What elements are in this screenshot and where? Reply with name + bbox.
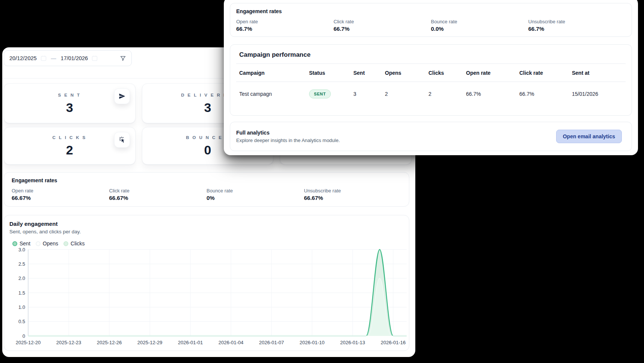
x-tick-label: 2026-01-16 <box>381 340 406 345</box>
column-header-sent: Sent <box>353 70 385 76</box>
legend-label: Sent <box>20 240 30 247</box>
engagement-rates-card: Engagement rates Open rate66.67%Click ra… <box>4 172 409 207</box>
metric-bounce-rate: Bounce rate0.0% <box>431 19 528 32</box>
cell-clicks: 2 <box>428 91 466 97</box>
x-tick-label: 2025-12-29 <box>137 340 163 345</box>
column-header-status: Status <box>309 70 353 76</box>
legend-item-sent[interactable]: Sent <box>12 240 30 247</box>
filter-funnel-icon[interactable] <box>120 55 126 62</box>
y-tick-label: 2.0 <box>18 275 25 281</box>
date-range-picker[interactable]: 20/12/2025 — 17/01/2026 <box>4 50 132 66</box>
chart-legend: SentOpensClicks <box>12 240 404 247</box>
y-tick-label: 0.5 <box>18 319 25 324</box>
metric-label: Click rate <box>333 19 431 24</box>
engagement-rates-card-front: Engagement rates Open rate66.7%Click rat… <box>230 3 632 37</box>
legend-item-clicks[interactable]: Clicks <box>63 240 84 247</box>
metric-value: 66.7% <box>528 26 626 32</box>
daily-engagement-chart: 2025-12-202025-12-232025-12-262025-12-29… <box>9 247 410 348</box>
send-icon[interactable] <box>114 88 130 104</box>
metric-open-rate: Open rate66.7% <box>236 19 333 32</box>
cell-open-rate: 66.7% <box>466 91 519 97</box>
legend-dot <box>36 241 41 246</box>
full-analytics-title: Full analytics <box>236 130 340 136</box>
metric-value: 66.67% <box>109 195 207 201</box>
metric-value: 0% <box>207 195 304 201</box>
column-header-click-rate: Click rate <box>519 70 572 76</box>
status-badge-pill: SENT <box>309 89 331 98</box>
metric-label: Click rate <box>109 188 207 194</box>
metric-click-rate: Click rate66.67% <box>109 188 207 201</box>
engagement-metrics: Open rate66.7%Click rate66.7%Bounce rate… <box>236 19 626 32</box>
legend-label: Clicks <box>71 240 84 247</box>
legend-item-opens[interactable]: Opens <box>36 240 58 247</box>
x-tick-label: 2025-12-26 <box>97 340 122 345</box>
y-tick-label: 1.5 <box>18 290 25 296</box>
column-header-clicks: Clicks <box>428 70 466 76</box>
y-tick-label: 0 <box>23 333 25 339</box>
campaign-performance-title: Campaign performance <box>230 45 632 64</box>
metric-bounce-rate: Bounce rate0% <box>207 188 304 201</box>
y-tick-label: 2.5 <box>18 261 25 267</box>
daily-engagement-card: Daily engagement Sent, opens, and clicks… <box>4 215 409 351</box>
open-email-analytics-button[interactable]: Open email analytics <box>556 130 622 143</box>
cell-sent: 3 <box>353 91 385 97</box>
stat-card-sent: S E N T3 <box>4 83 136 123</box>
date-range-start[interactable]: 20/12/2025 <box>9 55 37 61</box>
campaign-performance-card: Campaign performance CampaignStatusSentO… <box>230 44 632 116</box>
legend-dot <box>12 241 17 246</box>
metric-label: Open rate <box>12 188 109 194</box>
stat-value: 3 <box>204 101 211 114</box>
metric-label: Bounce rate <box>431 19 528 24</box>
x-tick-label: 2026-01-01 <box>178 340 203 345</box>
engagement-rates-title: Engagement rates <box>12 177 401 183</box>
screenshot-canvas: 20/12/2025 — 17/01/2026 S E N T3D E L I … <box>0 0 644 363</box>
stat-label: S E N T <box>58 93 81 97</box>
metric-open-rate: Open rate66.67% <box>12 188 109 201</box>
metric-label: Bounce rate <box>207 188 304 194</box>
metric-value: 66.67% <box>12 195 109 201</box>
x-tick-label: 2026-01-07 <box>259 340 284 345</box>
engagement-rates-title: Engagement rates <box>236 8 626 14</box>
column-header-opens: Opens <box>385 70 428 76</box>
date-range-separator: — <box>51 55 56 61</box>
stat-label: B O U N C E S <box>186 135 229 140</box>
metric-value: 66.67% <box>304 195 402 201</box>
metric-label: Unsubscribe rate <box>304 188 402 194</box>
y-tick-label: 1.0 <box>18 304 25 310</box>
status-badge: SENT <box>309 89 353 98</box>
x-tick-label: 2026-01-04 <box>219 340 244 345</box>
cursor-click-icon[interactable] <box>114 132 130 148</box>
engagement-metrics: Open rate66.67%Click rate66.67%Bounce ra… <box>12 188 401 201</box>
stat-value: 0 <box>204 144 211 156</box>
x-tick-label: 2025-12-23 <box>56 340 81 345</box>
stat-card-clicks: C L I C K S2 <box>4 127 136 165</box>
table-header-row: CampaignStatusSentOpensClicksOpen rateCl… <box>230 64 632 82</box>
legend-label: Opens <box>43 240 58 247</box>
y-tick-label: 3.0 <box>18 247 25 253</box>
campaign-analytics-panel: Engagement rates Open rate66.7%Click rat… <box>224 0 638 155</box>
x-tick-label: 2025-12-20 <box>16 340 41 345</box>
calendar-icon[interactable] <box>41 55 47 61</box>
metric-label: Open rate <box>236 19 333 24</box>
column-header-sent-at: Sent at <box>572 70 623 76</box>
date-range-end[interactable]: 17/01/2026 <box>61 55 88 61</box>
stat-value: 3 <box>66 101 73 114</box>
cell-sent-at: 15/01/2026 <box>572 91 623 97</box>
metric-label: Unsubscribe rate <box>528 19 626 24</box>
table-row[interactable]: Test campagnSENT32266.7%66.7%15/01/2026 <box>230 82 632 106</box>
metric-value: 66.7% <box>236 26 333 32</box>
metric-value: 0.0% <box>431 26 528 32</box>
full-analytics-text: Full analytics Explore deeper insights i… <box>236 130 340 143</box>
legend-dot <box>63 241 68 246</box>
x-tick-label: 2026-01-13 <box>340 340 365 345</box>
column-header-campaign: Campaign <box>239 70 309 76</box>
campaign-name: Test campagn <box>239 91 309 97</box>
daily-engagement-title: Daily engagement <box>9 221 404 227</box>
stat-label: C L I C K S <box>53 135 87 140</box>
metric-unsubscribe-rate: Unsubscribe rate66.67% <box>304 188 402 201</box>
calendar-icon[interactable] <box>92 55 98 61</box>
x-tick-label: 2026-01-10 <box>300 340 325 345</box>
full-analytics-description: Explore deeper insights in the Analytics… <box>236 138 340 143</box>
metric-value: 66.7% <box>333 26 431 32</box>
full-analytics-card: Full analytics Explore deeper insights i… <box>230 122 632 151</box>
